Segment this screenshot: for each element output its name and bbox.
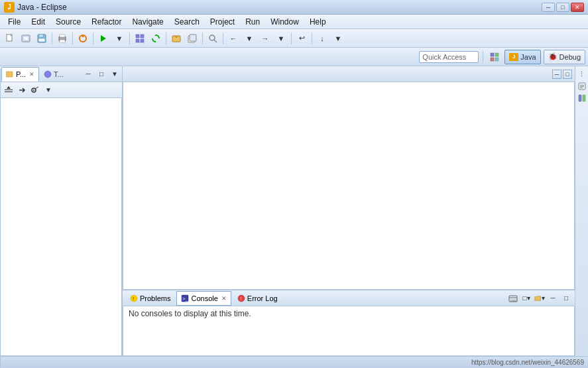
toolbar-last-edit[interactable]: ↩ [294,31,309,46]
console-tab-label: Console [191,294,217,302]
svg-rect-8 [60,34,65,37]
main-area: P... ✕ T... ─ □ ▼ ▼ [0,66,588,356]
run-dropdown[interactable]: ▼ [112,31,127,46]
maximize-button[interactable]: □ [556,3,569,12]
svg-line-34 [35,87,38,89]
run-button[interactable] [96,31,111,46]
toolbar-btn-grid[interactable] [133,31,147,46]
toolbar-sep-7 [223,32,223,44]
left-panel-tabs: P... ✕ T... ─ □ ▼ [0,66,122,82]
menu-project[interactable]: Project [205,15,240,29]
view-menu-button[interactable] [29,84,41,96]
svg-rect-30 [5,92,13,92]
toolbar-sep-5 [166,32,166,44]
debug-perspective-button[interactable]: 🐞 Debug [544,50,585,64]
svg-rect-46 [580,86,584,87]
quick-access-label: Quick Access [422,53,466,61]
minimize-button[interactable]: ─ [542,3,555,12]
svg-rect-6 [38,38,45,42]
menu-run[interactable]: Run [240,15,265,29]
svg-point-21 [209,35,215,40]
problems-tab[interactable]: ! Problems [125,291,175,306]
package-explorer-close[interactable]: ✕ [29,71,34,78]
link-with-editor-button[interactable] [16,84,28,96]
toolbar-back[interactable]: ← [226,31,241,46]
left-panel-maximize[interactable]: □ [95,68,107,80]
open-perspective-button[interactable] [487,50,502,64]
toolbar-back-drop[interactable]: ▼ [242,31,257,46]
toolbar-sep-1 [52,32,52,44]
close-button[interactable]: ✕ [571,3,584,12]
editor-content[interactable] [123,82,575,290]
svg-rect-18 [172,36,180,42]
package-explorer-tab-label: P... [16,70,26,78]
left-panel-menu[interactable]: ▼ [109,68,121,80]
toolbar-sep-4 [129,32,130,44]
svg-text:con: con [510,298,517,302]
toolbar-refresh2[interactable] [148,31,163,46]
svg-rect-16 [141,39,144,42]
editor-controls: ─ □ [552,70,572,79]
left-panel-minimize[interactable]: ─ [82,68,94,80]
console-clear-button[interactable]: con [507,292,519,304]
console-content: No consoles to display at this time. [123,306,575,356]
right-btn-3[interactable] [577,93,587,103]
left-panel-toolbar: ▼ [0,82,122,98]
toolbar-next-annot[interactable]: ↓ [315,31,329,46]
menu-refactor[interactable]: Refactor [86,15,127,29]
toolbar-next-annot-drop[interactable]: ▼ [331,31,345,46]
bottom-panel: ! Problems >_ Console ✕ ! Error Log con … [123,290,575,356]
editor-area: ─ □ [123,66,575,290]
print-button[interactable] [55,31,70,46]
java-perspective-icon: J [509,53,518,61]
status-url: https://blog.csdn.net/weixin_44626569 [471,359,584,366]
right-btn-2[interactable] [577,81,587,92]
svg-rect-9 [60,40,65,42]
error-log-tab[interactable]: ! Error Log [233,291,282,306]
bottom-tab-toolbar: con □▾ ▾ ─ □ [507,292,572,304]
svg-marker-12 [101,35,106,42]
right-btn-1[interactable]: ⋮ [577,69,587,80]
console-display-dropdown[interactable]: □▾ [520,292,532,304]
svg-text:>_: >_ [182,296,189,302]
toolbar-refresh[interactable] [76,31,90,46]
console-tab-close[interactable]: ✕ [221,295,227,302]
toolbar-fwd[interactable]: → [258,31,272,46]
toolbar-fwd-drop[interactable]: ▼ [274,31,288,46]
save-button[interactable] [34,31,49,46]
bottom-tabs: ! Problems >_ Console ✕ ! Error Log con … [123,290,575,306]
menu-help[interactable]: Help [304,15,331,29]
toolbar-search[interactable] [206,31,220,46]
new-button[interactable] [3,31,17,46]
svg-rect-25 [491,58,494,61]
menu-edit[interactable]: Edit [26,15,50,29]
console-message: No consoles to display at this time. [129,309,251,318]
menu-file[interactable]: File [3,15,26,29]
center-bottom-container: ─ □ ! Problems >_ Console ✕ ! [123,66,575,356]
title-controls: ─ □ ✕ [542,3,584,12]
quick-access-field[interactable]: Quick Access [419,51,479,63]
problems-tab-label: Problems [140,294,170,302]
menu-search[interactable]: Search [169,15,205,29]
console-maximize[interactable]: □ [560,292,572,304]
menu-window[interactable]: Window [265,15,304,29]
collapse-all-button[interactable] [3,84,15,96]
package-explorer-tab[interactable]: P... ✕ [1,67,39,82]
editor-minimize[interactable]: ─ [552,70,561,79]
console-minimize[interactable]: ─ [547,292,559,304]
toolbar-btn-2[interactable] [19,31,33,46]
toolbar-btn-copy[interactable] [185,31,200,46]
svg-rect-14 [141,34,144,38]
editor-maximize[interactable]: □ [563,70,572,79]
svg-text:!: ! [240,296,241,302]
svg-point-33 [33,90,34,91]
menu-navigate[interactable]: Navigate [127,15,168,29]
type-hierarchy-tab[interactable]: T... [39,67,68,82]
view-menu-dropdown[interactable]: ▼ [42,84,54,96]
console-tab[interactable]: >_ Console ✕ [176,291,231,306]
toolbar-pkg[interactable] [169,31,184,46]
console-folder-dropdown[interactable]: ▾ [534,292,546,304]
svg-rect-48 [579,95,581,101]
java-perspective-button[interactable]: J Java [504,50,540,64]
menu-source[interactable]: Source [50,15,86,29]
